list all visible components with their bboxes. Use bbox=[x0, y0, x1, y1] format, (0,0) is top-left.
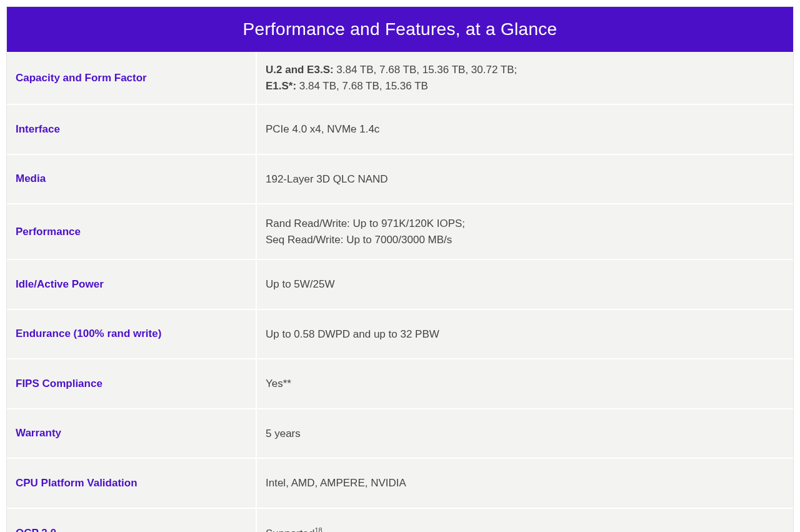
performance-line1: Rand Read/Write: Up to 971K/120K IOPS; bbox=[266, 216, 784, 232]
row-label-performance: Performance bbox=[7, 204, 257, 259]
row-label-media: Media bbox=[7, 155, 257, 204]
table-row: Performance Rand Read/Write: Up to 971K/… bbox=[7, 204, 793, 260]
performance-line2: Seq Read/Write: Up to 7000/3000 MB/s bbox=[266, 232, 784, 248]
capacity-line1-bold: U.2 and E3.S: bbox=[266, 64, 334, 76]
row-value-media: 192-Layer 3D QLC NAND bbox=[257, 155, 793, 204]
specs-table: Performance and Features, at a Glance Ca… bbox=[6, 6, 794, 532]
table-row: Idle/Active Power Up to 5W/25W bbox=[7, 260, 793, 310]
capacity-line2-text: 3.84 TB, 7.68 TB, 15.36 TB bbox=[296, 80, 428, 92]
table-row: Media 192-Layer 3D QLC NAND bbox=[7, 155, 793, 205]
table-row: Warranty 5 years bbox=[7, 409, 793, 459]
table-row: Interface PCIe 4.0 x4, NVMe 1.4c bbox=[7, 105, 793, 155]
row-value-ocp: Supported18 bbox=[257, 509, 793, 533]
ocp-footnote: 18 bbox=[314, 526, 322, 533]
row-label-warranty: Warranty bbox=[7, 409, 257, 458]
row-value-warranty: 5 years bbox=[257, 409, 793, 458]
capacity-line2-bold: E1.S*: bbox=[266, 80, 296, 92]
row-label-cpu: CPU Platform Validation bbox=[7, 459, 257, 508]
row-value-fips: Yes** bbox=[257, 359, 793, 408]
table-row: Endurance (100% rand write) Up to 0.58 D… bbox=[7, 310, 793, 360]
row-label-interface: Interface bbox=[7, 105, 257, 154]
row-label-endurance: Endurance (100% rand write) bbox=[7, 310, 257, 359]
table-row: Capacity and Form Factor U.2 and E3.S: 3… bbox=[7, 52, 793, 105]
table-row: OCP 2.0 Supported18 bbox=[7, 509, 793, 533]
row-value-interface: PCIe 4.0 x4, NVMe 1.4c bbox=[257, 105, 793, 154]
row-label-fips: FIPS Compliance bbox=[7, 359, 257, 408]
row-value-power: Up to 5W/25W bbox=[257, 260, 793, 309]
row-label-ocp: OCP 2.0 bbox=[7, 509, 257, 533]
row-label-capacity: Capacity and Form Factor bbox=[7, 52, 257, 104]
row-label-power: Idle/Active Power bbox=[7, 260, 257, 309]
table-row: CPU Platform Validation Intel, AMD, AMPE… bbox=[7, 459, 793, 509]
row-value-performance: Rand Read/Write: Up to 971K/120K IOPS; S… bbox=[257, 204, 793, 259]
row-value-cpu: Intel, AMD, AMPERE, NVIDIA bbox=[257, 459, 793, 508]
table-row: FIPS Compliance Yes** bbox=[7, 359, 793, 409]
row-value-endurance: Up to 0.58 DWPD and up to 32 PBW bbox=[257, 310, 793, 359]
capacity-line1-text: 3.84 TB, 7.68 TB, 15.36 TB, 30.72 TB; bbox=[334, 64, 518, 76]
row-value-capacity: U.2 and E3.S: 3.84 TB, 7.68 TB, 15.36 TB… bbox=[257, 52, 793, 104]
table-title: Performance and Features, at a Glance bbox=[7, 7, 793, 52]
ocp-value: Supported bbox=[266, 527, 314, 532]
